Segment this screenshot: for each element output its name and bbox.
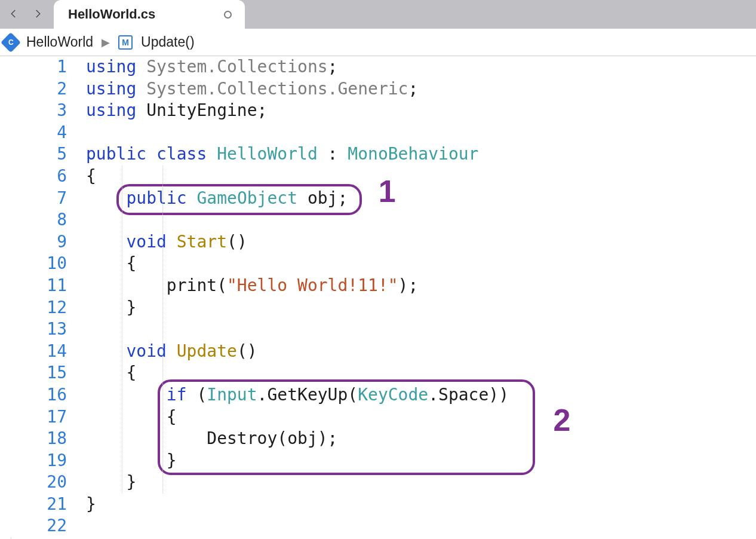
nav-forward-icon[interactable] [32,8,43,22]
line-number: 17 [0,406,67,428]
code-line[interactable] [86,515,756,537]
method-icon: M [118,35,133,50]
tab-strip: HelloWorld.cs [0,0,756,29]
line-number: 16 [0,384,67,406]
breadcrumb: C HelloWorld ▶ M Update() [0,29,756,56]
code-line[interactable]: Destroy(obj); [86,428,756,450]
code-line[interactable]: using System.Collections.Generic; [86,78,756,100]
breadcrumb-class[interactable]: HelloWorld [26,34,93,50]
tab-title: HelloWorld.cs [68,7,155,22]
code-line[interactable]: if (Input.GetKeyUp(KeyCode.Space)) [86,384,756,406]
tab-nav [0,8,54,29]
code-line[interactable]: { [86,406,756,428]
code-line[interactable]: { [86,362,756,384]
code-line[interactable]: } [86,297,756,319]
line-number: 3 [0,100,67,122]
line-number: 20 [0,471,67,494]
line-number: 2 [0,78,67,100]
line-number: 21 [0,494,67,516]
line-number: 12 [0,297,67,319]
line-number: 19 [0,450,67,472]
code-area[interactable]: 1 2 using System.Collections;using Syste… [78,56,756,537]
line-number: 14 [0,341,67,363]
line-number: 5 [0,143,67,166]
code-line[interactable]: } [86,494,756,516]
chevron-right-icon: ▶ [102,36,110,49]
code-line[interactable]: void Start() [86,231,756,253]
code-line[interactable]: { [86,253,756,275]
code-line[interactable]: } [86,450,756,472]
line-number: 18 [0,428,67,450]
line-number: 1 [0,56,67,78]
unsaved-indicator-icon [224,11,232,19]
code-line[interactable]: using System.Collections; [86,56,756,78]
code-line[interactable] [86,209,756,231]
line-number: 22 [0,515,67,537]
line-number: 10 [0,253,67,275]
code-line[interactable]: public class HelloWorld : MonoBehaviour [86,143,756,166]
class-icon: C [1,32,21,53]
code-line[interactable] [86,318,756,341]
code-line[interactable]: print("Hello World!11!"); [86,275,756,297]
code-line[interactable]: } [86,471,756,494]
code-line[interactable]: public GameObject obj; [86,188,756,210]
line-number: 15 [0,362,67,384]
line-number: 13 [0,318,67,341]
line-number-gutter: 12345678910111213141516171819202122 [0,56,78,537]
line-number: 8 [0,209,67,231]
line-number: 9 [0,231,67,253]
code-editor[interactable]: 12345678910111213141516171819202122 1 2 … [0,56,756,537]
code-line[interactable]: void Update() [86,341,756,363]
file-tab[interactable]: HelloWorld.cs [54,0,245,29]
breadcrumb-method[interactable]: Update() [141,34,194,50]
line-number: 11 [0,275,67,297]
code-line[interactable]: using UnityEngine; [86,100,756,122]
code-line[interactable]: { [86,166,756,188]
nav-back-icon[interactable] [8,8,19,22]
line-number: 4 [0,122,67,144]
code-line[interactable] [86,122,756,144]
line-number: 6 [0,166,67,188]
line-number: 7 [0,188,67,210]
